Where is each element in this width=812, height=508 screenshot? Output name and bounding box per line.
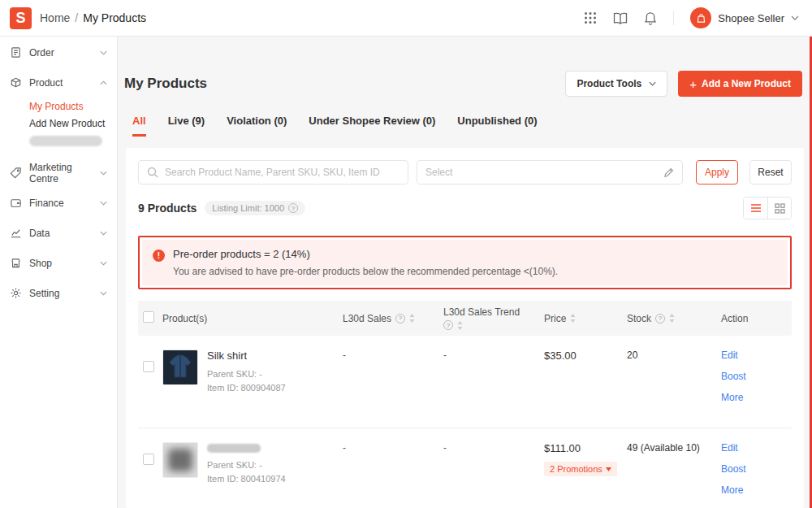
l30d-sales-value: - [343,441,346,454]
alert-annotation-box: ! Pre-order products = 2 (14%) You are a… [138,236,792,289]
products-table: Product(s) L30d Sales ? L30d Sales Trend… [138,301,792,508]
search-box [138,160,408,185]
breadcrumb-home[interactable]: Home [40,11,70,24]
alert-exclamation-icon: ! [153,250,165,262]
table-row: Parent SKU: - Item ID: 800410974 - - $11… [138,428,792,508]
education-book-icon[interactable] [613,12,628,24]
finance-wallet-icon [10,197,22,209]
add-new-product-button[interactable]: + Add a New Product [678,71,802,97]
sidebar-item-product[interactable]: Product [0,67,117,98]
sort-icon[interactable] [570,314,576,323]
question-icon[interactable]: ? [288,203,298,213]
boost-link[interactable]: Boost [721,463,792,475]
row-checkbox[interactable] [143,454,154,465]
category-select-input[interactable] [425,167,657,178]
sidebar-item-marketing-centre[interactable]: Marketing Centre [0,158,117,188]
avatar [690,7,711,28]
order-icon [10,46,22,59]
breadcrumb-separator: / [75,11,78,24]
tab-unpublished[interactable]: Unpublished (0) [457,115,537,137]
sort-icon[interactable] [409,314,415,323]
chevron-down-icon [100,171,107,176]
products-panel: Apply Reset 9 Products Listing Limit: 10… [126,148,804,508]
select-all-checkbox[interactable] [143,311,154,323]
grid-view-button[interactable] [767,198,791,219]
l30d-trend-value: - [443,441,447,454]
status-tabs: All Live (9) Violation (0) Under Shopee … [132,115,812,137]
breadcrumb: Home / My Products [40,11,146,24]
apps-grid-icon[interactable] [584,11,597,24]
table-header: Product(s) L30d Sales ? L30d Sales Trend… [138,301,792,336]
stock-value: 20 [627,347,637,361]
stock-value: 49 (Available 10) [627,440,700,454]
tab-live[interactable]: Live (9) [168,115,205,137]
chevron-down-icon [100,261,107,266]
tab-all[interactable]: All [132,115,146,137]
row-checkbox[interactable] [143,361,154,372]
promotions-dropdown[interactable]: 2 Promotions [544,462,617,476]
parent-sku: Parent SKU: - [207,367,286,381]
tab-violation[interactable]: Violation (0) [227,115,287,137]
chevron-down-icon [649,81,656,86]
sidebar-item-order[interactable]: Order [0,37,117,67]
sort-icon[interactable] [457,321,463,330]
logo-letter: S [15,10,25,27]
question-icon[interactable]: ? [443,320,453,330]
shop-store-icon [10,257,22,269]
product-name[interactable]: Silk shirt [207,350,286,362]
summary-row: 9 Products Listing Limit: 1000 ? [138,197,792,219]
marketing-tag-icon [10,167,22,179]
sidebar-subitem-add-new-product[interactable]: Add New Product [0,115,117,132]
plus-icon: + [689,78,697,90]
sidebar-item-finance[interactable]: Finance [0,188,117,218]
l30d-trend-value: - [443,348,447,361]
more-link[interactable]: More [721,484,792,496]
alert-description: You are advised to have pre-order produc… [173,266,558,277]
account-menu[interactable]: Shopee Seller [690,7,799,28]
sidebar-item-shop[interactable]: Shop [0,248,117,278]
header-actions: Shopee Seller [584,7,799,28]
list-view-button[interactable] [744,198,767,219]
sidebar-nav: Order Product My Products Add New Produc… [0,37,118,508]
product-icon [10,76,22,89]
alert-title: Pre-order products = 2 (14%) [173,248,558,260]
product-image [162,350,198,385]
category-select[interactable] [417,160,683,185]
search-input[interactable] [165,167,400,178]
main-content: My Products Product Tools + Add a New Pr… [118,37,812,508]
item-id: Item ID: 800904087 [207,381,286,395]
tab-under-shopee-review[interactable]: Under Shopee Review (0) [309,115,435,137]
price-value: $35.00 [544,348,577,362]
edit-pencil-icon[interactable] [663,167,674,178]
item-id: Item ID: 800410974 [207,472,286,486]
reset-button[interactable]: Reset [749,160,792,185]
price-value: $111.00 [544,441,581,454]
shopee-logo[interactable]: S [10,7,32,29]
chevron-down-icon [791,15,799,20]
sidebar-item-data[interactable]: Data [0,218,117,248]
edit-link[interactable]: Edit [721,350,792,361]
boost-link[interactable]: Boost [721,371,792,382]
product-name-redacted[interactable] [207,444,261,453]
table-row: Silk shirt Parent SKU: - Item ID: 800904… [138,336,792,428]
question-icon[interactable]: ? [655,314,665,323]
apply-button[interactable]: Apply [696,160,738,185]
sort-icon[interactable] [669,314,675,323]
data-chart-icon [10,227,22,239]
product-tools-button[interactable]: Product Tools [565,71,667,97]
edit-link[interactable]: Edit [721,442,792,454]
notification-bell-icon[interactable] [644,11,657,25]
view-toggle [743,197,792,219]
setting-gear-icon [10,287,22,299]
sidebar-subitem-my-products[interactable]: My Products [0,98,117,115]
sidebar-item-setting[interactable]: Setting [0,278,117,308]
chevron-down-icon [100,291,107,296]
sidebar-subitem-redacted[interactable] [29,136,102,146]
question-icon[interactable]: ? [395,314,405,323]
chevron-down-icon [100,201,107,206]
filter-row: Apply Reset [138,160,792,185]
more-link[interactable]: More [721,392,792,403]
page-title: My Products [124,76,207,92]
product-image-redacted [162,442,198,478]
search-icon [147,167,158,178]
